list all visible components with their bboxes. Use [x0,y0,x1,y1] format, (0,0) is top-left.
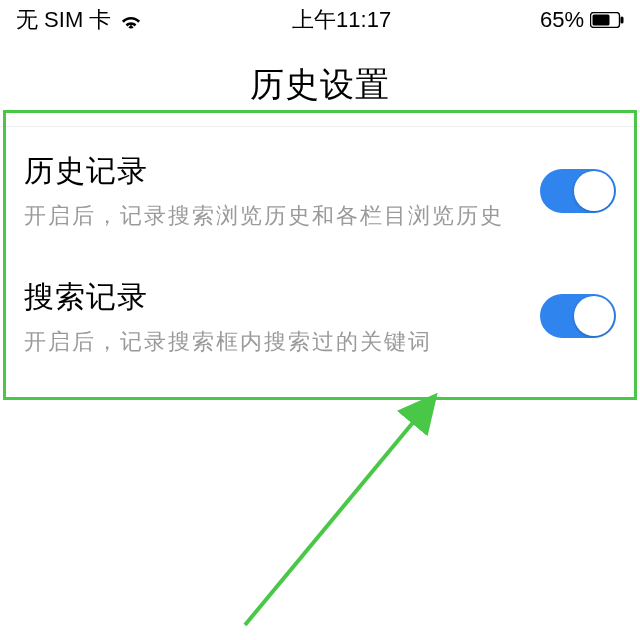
page-title: 历史设置 [0,40,640,126]
toggle-knob [574,171,614,211]
toggle-knob [574,296,614,336]
setting-title: 搜索记录 [24,277,520,318]
setting-row-history: 历史记录 开启后，记录搜索浏览历史和各栏目浏览历史 [0,127,640,253]
setting-text: 历史记录 开启后，记录搜索浏览历史和各栏目浏览历史 [24,151,540,231]
status-bar: 无 SIM 卡 上午11:17 65% [0,0,640,40]
svg-rect-1 [592,15,609,26]
battery-pct: 65% [540,7,584,33]
status-left: 无 SIM 卡 [16,5,143,35]
wifi-icon [119,11,143,29]
setting-desc: 开启后，记录搜索框内搜索过的关键词 [24,328,520,357]
svg-line-3 [245,402,430,625]
carrier-text: 无 SIM 卡 [16,5,111,35]
search-toggle[interactable] [540,294,616,338]
status-right: 65% [540,7,624,33]
setting-row-search: 搜索记录 开启后，记录搜索框内搜索过的关键词 [0,253,640,379]
history-toggle[interactable] [540,169,616,213]
setting-title: 历史记录 [24,151,520,192]
battery-icon [590,12,624,28]
annotation-arrow [230,390,450,630]
settings-list: 历史记录 开启后，记录搜索浏览历史和各栏目浏览历史 搜索记录 开启后，记录搜索框… [0,126,640,378]
svg-rect-2 [620,17,623,24]
setting-desc: 开启后，记录搜索浏览历史和各栏目浏览历史 [24,202,520,231]
status-time: 上午11:17 [292,5,391,35]
setting-text: 搜索记录 开启后，记录搜索框内搜索过的关键词 [24,277,540,357]
